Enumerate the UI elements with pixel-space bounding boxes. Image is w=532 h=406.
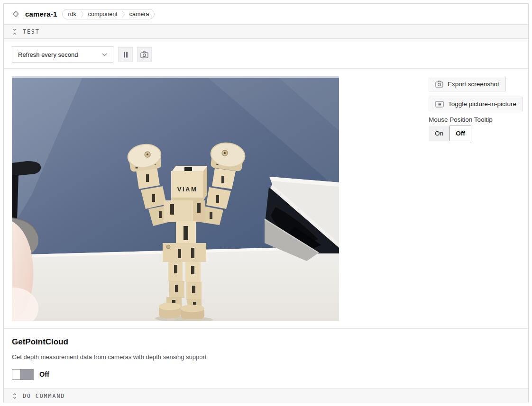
mouse-position-tooltip-label: Mouse Position Tooltip xyxy=(429,116,493,123)
get-point-cloud-toggle-label: Off xyxy=(39,369,49,380)
expand-icon xyxy=(12,393,18,399)
breadcrumb-separator-icon xyxy=(122,10,125,18)
refresh-rate-value: Refresh every second xyxy=(18,51,78,58)
export-screenshot-button[interactable]: Export screenshot xyxy=(429,77,506,91)
test-section-header[interactable]: TEST xyxy=(4,24,528,39)
camera-component-card: camera-1 rdk component camera TEST Refre… xyxy=(3,3,529,403)
pip-icon xyxy=(435,101,444,108)
breadcrumb-item-rdk: rdk xyxy=(68,11,76,18)
controls-row-divider xyxy=(4,68,528,69)
get-point-cloud-divider xyxy=(4,328,528,329)
pause-stream-button[interactable] xyxy=(118,47,133,62)
get-point-cloud-toggle[interactable] xyxy=(12,369,34,380)
pause-icon xyxy=(123,52,128,58)
breadcrumb-item-component: component xyxy=(88,11,118,18)
viam-logo-text: VIAM xyxy=(177,186,198,193)
mouse-tooltip-segmented-control: On Off xyxy=(429,126,471,141)
toggle-pip-label: Toggle picture-in-picture xyxy=(448,100,516,108)
collapse-icon xyxy=(12,28,18,35)
breadcrumb-item-camera: camera xyxy=(129,11,149,18)
get-point-cloud-description: Get depth measurement data from cameras … xyxy=(12,353,206,361)
toggle-pip-button[interactable]: Toggle picture-in-picture xyxy=(429,97,523,111)
breadcrumb-separator-icon xyxy=(81,10,84,18)
do-command-section-header[interactable]: DO COMMAND xyxy=(4,388,528,403)
camera-feed-image: VIAM xyxy=(12,76,339,321)
screenshot-button[interactable] xyxy=(137,47,152,62)
page-title: camera-1 xyxy=(25,10,57,18)
get-point-cloud-title: GetPointCloud xyxy=(12,337,68,347)
breadcrumb: rdk component camera xyxy=(62,9,155,19)
chevron-down-icon xyxy=(102,53,107,56)
tooltip-on-button[interactable]: On xyxy=(429,126,449,141)
do-command-section-label: DO COMMAND xyxy=(23,393,65,399)
robot-head: VIAM xyxy=(171,166,207,200)
toggle-knob xyxy=(12,369,21,380)
camera-feed: VIAM xyxy=(12,76,339,321)
tooltip-off-button[interactable]: Off xyxy=(449,126,471,141)
refresh-rate-select[interactable]: Refresh every second xyxy=(12,46,113,63)
export-screenshot-label: Export screenshot xyxy=(448,81,499,88)
camera-icon xyxy=(435,81,443,88)
diamond-icon xyxy=(12,10,20,18)
test-section-label: TEST xyxy=(23,28,40,35)
camera-icon xyxy=(140,51,148,58)
card-header: camera-1 rdk component camera xyxy=(4,4,528,24)
